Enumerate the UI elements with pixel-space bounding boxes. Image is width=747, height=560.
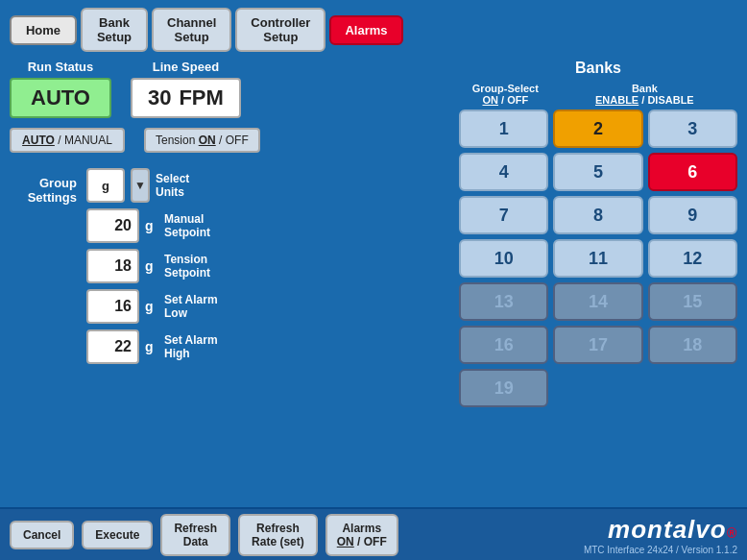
home-button[interactable]: Home <box>10 15 77 45</box>
bank-button-18[interactable]: 18 <box>648 326 737 364</box>
bank-button-10[interactable]: 10 <box>459 239 548 278</box>
cancel-button[interactable]: Cancel <box>10 521 74 549</box>
bank-button-11[interactable]: 11 <box>553 239 642 278</box>
group-settings: Group Settings g ▼ Select Units 20 g Man… <box>10 168 449 364</box>
auto-on-label: AUTO <box>22 134 55 147</box>
alarm-low-row: 16 g Set Alarm Low <box>86 289 241 324</box>
montalvo-logo: montalvo® MTC Interface 24x24 / Version … <box>584 515 737 555</box>
tension-setpoint-row: 18 g Tension Setpoint <box>86 249 241 283</box>
bank-button-3[interactable]: 3 <box>648 110 737 148</box>
alarms-on-label: ON <box>337 535 354 548</box>
bank-button-15[interactable]: 15 <box>648 282 737 321</box>
bank-setup-button[interactable]: Bank Setup <box>81 8 148 52</box>
tension-setpoint-input[interactable]: 18 <box>86 249 139 283</box>
banks-header: Banks <box>459 60 737 77</box>
top-nav: Home Bank Setup Channel Setup Controller… <box>0 0 747 60</box>
tension-on-label: ON <box>199 134 216 147</box>
group-settings-label: Group Settings <box>10 168 77 205</box>
auto-separator: / <box>58 134 64 147</box>
alarms-separator: / <box>357 535 364 548</box>
status-row: Run Status AUTO Line Speed 30 FPM <box>10 60 449 118</box>
tension-setpoint-label: Tension Setpoint <box>164 253 241 280</box>
bank-button-8[interactable]: 8 <box>553 196 642 234</box>
banks-subheader: Group-Select ON / OFF Bank ENABLE / DISA… <box>459 83 737 106</box>
refresh-rate-button[interactable]: Refresh Rate (set) <box>238 514 318 556</box>
alarm-high-row: 22 g Set Alarm High <box>86 329 241 364</box>
bank-button-2[interactable]: 2 <box>553 110 642 148</box>
bottom-bar: Cancel Execute Refresh Data Refresh Rate… <box>0 507 747 560</box>
bank-button-17[interactable]: 17 <box>553 326 642 364</box>
bank-button-6[interactable]: 6 <box>648 153 737 191</box>
alarm-low-label: Set Alarm Low <box>164 293 241 320</box>
main-content: Run Status AUTO Line Speed 30 FPM AUTO /… <box>0 60 747 407</box>
tension-setpoint-unit: g <box>145 258 158 274</box>
execute-button[interactable]: Execute <box>82 521 153 549</box>
manual-setpoint-label: Manual Setpoint <box>164 212 241 239</box>
alarms-off-label: OFF <box>364 535 387 548</box>
line-speed-label: Line Speed <box>131 60 241 74</box>
alarms-bottom-button[interactable]: Alarms ON / OFF <box>325 514 398 556</box>
bank-button-7[interactable]: 7 <box>459 196 548 234</box>
refresh-data-button[interactable]: Refresh Data <box>160 514 230 556</box>
bank-enable-label: Bank ENABLE / DISABLE <box>552 83 737 106</box>
bank-button-16[interactable]: 16 <box>459 326 548 364</box>
alarm-low-input[interactable]: 16 <box>86 289 139 324</box>
run-status-value: AUTO <box>10 78 111 118</box>
montalvo-name: montalvo® <box>584 515 737 545</box>
dropdown-arrow-icon[interactable]: ▼ <box>131 168 150 203</box>
select-units-row: g ▼ Select Units <box>86 168 241 203</box>
manual-setpoint-input[interactable]: 20 <box>86 208 139 243</box>
alarm-high-label: Set Alarm High <box>164 333 241 360</box>
bank-button-14[interactable]: 14 <box>553 282 642 321</box>
select-units-input[interactable]: g <box>86 168 125 203</box>
manual-setpoint-row: 20 g Manual Setpoint <box>86 208 241 243</box>
tension-separator: / <box>219 134 226 147</box>
run-status-block: Run Status AUTO <box>10 60 111 118</box>
bank-button-13[interactable]: 13 <box>459 282 548 321</box>
controller-setup-button[interactable]: Controller Setup <box>235 8 325 52</box>
right-panel: Banks Group-Select ON / OFF Bank ENABLE … <box>459 60 737 407</box>
select-units-label: Select Units <box>156 172 232 199</box>
bank-button-19[interactable]: 19 <box>459 369 548 407</box>
line-speed-unit: FPM <box>179 85 223 110</box>
alarm-high-unit: g <box>145 339 158 354</box>
bank-button-4[interactable]: 4 <box>459 153 548 191</box>
line-speed-value: 30 <box>148 85 171 110</box>
bank-button-9[interactable]: 9 <box>648 196 737 234</box>
tension-toggle[interactable]: Tension ON / OFF <box>144 128 260 153</box>
auto-manual-toggle[interactable]: AUTO / MANUAL <box>10 128 125 153</box>
bank-button-1[interactable]: 1 <box>459 110 548 148</box>
settings-column: g ▼ Select Units 20 g Manual Setpoint 18… <box>86 168 241 364</box>
line-speed-value-box: 30 FPM <box>131 78 241 118</box>
left-panel: Run Status AUTO Line Speed 30 FPM AUTO /… <box>10 60 449 407</box>
run-status-label: Run Status <box>10 60 111 74</box>
alarm-low-unit: g <box>145 299 158 314</box>
group-select-label: Group-Select ON / OFF <box>459 83 552 106</box>
manual-label: MANUAL <box>64 134 112 147</box>
tension-label: Tension <box>156 134 195 147</box>
alarm-high-input[interactable]: 22 <box>86 329 139 364</box>
line-speed-block: Line Speed 30 FPM <box>131 60 241 118</box>
channel-setup-button[interactable]: Channel Setup <box>152 8 231 52</box>
manual-setpoint-unit: g <box>145 218 158 233</box>
bank-button-5[interactable]: 5 <box>553 153 642 191</box>
toggle-row: AUTO / MANUAL Tension ON / OFF <box>10 128 449 153</box>
bank-grid: 12345678910111213141516171819 <box>459 110 737 407</box>
alarms-bottom-label: Alarms <box>342 522 381 535</box>
alarms-button[interactable]: Alarms <box>329 15 402 45</box>
montalvo-sub: MTC Interface 24x24 / Version 1.1.2 <box>584 545 737 555</box>
bank-button-12[interactable]: 12 <box>648 239 737 278</box>
tension-off-label: OFF <box>226 134 249 147</box>
